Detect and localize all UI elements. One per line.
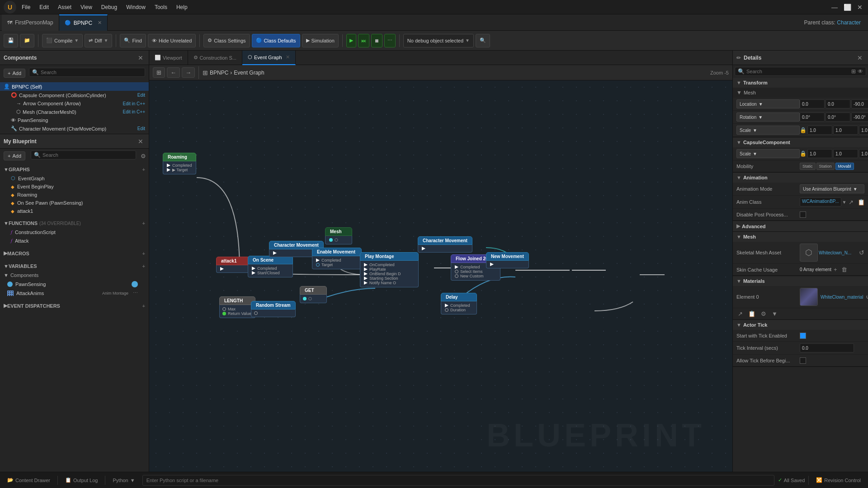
anim-class-select[interactable]: WCAnimationBP...: [800, 197, 841, 206]
transform-section-header[interactable]: ▼ Transform: [733, 78, 868, 88]
variables-header[interactable]: ▼ VARIABLES +: [0, 262, 149, 271]
material-reset-button[interactable]: ↺: [866, 293, 868, 300]
blueprint-search-input[interactable]: [42, 152, 133, 158]
material-copy-button[interactable]: 📋: [747, 310, 757, 318]
components-close-button[interactable]: ✕: [136, 53, 145, 62]
parent-class-link[interactable]: Character: [837, 19, 861, 26]
output-log-button[interactable]: 📋 Output Log: [61, 475, 101, 485]
rotation-z-input[interactable]: [851, 113, 868, 122]
lock-icon[interactable]: 🔒: [800, 127, 807, 133]
rotation-y-input[interactable]: [826, 113, 850, 122]
tick-interval-input[interactable]: [800, 343, 854, 352]
graph-item-roaming[interactable]: ◆ Roaming: [0, 191, 149, 199]
node-delay[interactable]: Delay Completed Duration: [441, 293, 477, 314]
compile-button[interactable]: ⬛ Compile ▼: [42, 34, 83, 47]
mesh-edit-link[interactable]: Edit in C++: [123, 109, 145, 114]
graphs-add-icon[interactable]: +: [142, 167, 145, 172]
graph-item-onseepawn[interactable]: ◆ On See Pawn (PawnSensing): [0, 199, 149, 207]
node-roaming[interactable]: Roaming Completed ▶ Target: [163, 153, 196, 174]
location-dropdown[interactable]: Location ▼: [736, 99, 800, 108]
node-random-stream[interactable]: Random Stream: [251, 301, 296, 317]
node-char-movement-2[interactable]: Character Movement: [418, 236, 472, 253]
python-console[interactable]: Python ▼: [109, 476, 138, 485]
step-button[interactable]: ⏭: [358, 34, 369, 47]
mesh-section-header[interactable]: ▼ Mesh: [733, 232, 868, 242]
more-button[interactable]: ⋯: [384, 34, 396, 47]
revision-control-button[interactable]: 🔀 Revision Control: [812, 475, 864, 485]
tab-bpnpc[interactable]: 🔵 BPNPC ✕: [59, 14, 108, 31]
tab-viewport[interactable]: ⬜ Viewport: [149, 51, 188, 65]
my-blueprint-close-button[interactable]: ✕: [136, 137, 145, 146]
tree-item-arrow[interactable]: → Arrow Component (Arrow) Edit in C++: [0, 99, 149, 108]
diff-button[interactable]: ⇌ Diff ▼: [85, 34, 112, 47]
capsule-scale-x-input[interactable]: [807, 149, 832, 158]
material-navigate-button[interactable]: ↗: [736, 310, 744, 318]
find-button[interactable]: 🔍 Find: [120, 34, 146, 47]
functions-add-icon[interactable]: +: [142, 221, 145, 226]
variables-add-icon[interactable]: +: [142, 263, 145, 269]
menu-edit[interactable]: Edit: [38, 2, 51, 12]
location-z-input[interactable]: [851, 99, 868, 108]
capsule-lock-icon[interactable]: 🔒: [800, 150, 807, 157]
breadcrumb-bpnpc[interactable]: BPNPC: [210, 70, 228, 76]
minimize-button[interactable]: —: [830, 4, 839, 11]
mobility-station-button[interactable]: Station: [816, 163, 835, 170]
debug-icon-btn[interactable]: 🔍: [476, 34, 490, 47]
content-drawer-button[interactable]: 📂 Content Drawer: [4, 475, 54, 485]
anim-copy-button[interactable]: 📋: [856, 198, 866, 206]
tab-eventgraph[interactable]: ⬡ Event Graph ✕: [242, 51, 296, 65]
scale-z-input[interactable]: [859, 126, 868, 135]
forward-button[interactable]: →: [182, 67, 195, 78]
materials-section-header[interactable]: ▼ Materials: [733, 276, 868, 286]
menu-asset[interactable]: Asset: [56, 2, 73, 12]
func-item-constructionscript[interactable]: 𝑓 ConstructionScript: [0, 228, 149, 236]
close-button[interactable]: ✕: [855, 4, 864, 11]
macros-add-icon[interactable]: +: [142, 251, 145, 256]
scale-y-input[interactable]: [833, 126, 858, 135]
menu-tools[interactable]: Tools: [153, 2, 169, 12]
node-length[interactable]: LENGTH Max Return Value: [219, 296, 255, 318]
tree-item-mesh[interactable]: ⬡ Mesh (CharacterMesh0) Edit in C++: [0, 108, 149, 116]
advanced-section-header[interactable]: ▶ Advanced: [733, 221, 868, 231]
components-search-input[interactable]: [41, 70, 142, 75]
tab-construction[interactable]: ⚙ Construction S...: [188, 51, 242, 65]
capsule-edit-link[interactable]: Edit: [137, 93, 145, 98]
scale-x-input[interactable]: [807, 126, 832, 135]
skeletal-mesh-reset-button[interactable]: ↺: [859, 249, 864, 256]
menu-help[interactable]: Help: [175, 2, 189, 12]
allow-tick-checkbox[interactable]: [800, 357, 806, 364]
blueprint-gear-button[interactable]: ⚙: [140, 152, 147, 160]
blueprint-add-button[interactable]: + Add: [4, 151, 25, 160]
location-x-input[interactable]: [800, 99, 825, 108]
scale-dropdown[interactable]: Scale ▼: [736, 126, 800, 135]
var-item-pawnsensing[interactable]: PawnSensing: [0, 280, 149, 289]
maximize-button[interactable]: ⬜: [843, 4, 852, 11]
back-button[interactable]: ←: [167, 67, 180, 78]
capsule-scale-y-input[interactable]: [833, 149, 858, 158]
components-add-button[interactable]: + Add: [4, 69, 25, 78]
details-eye-icon[interactable]: 👁: [858, 68, 863, 75]
node-attack1[interactable]: attack1: [216, 257, 252, 273]
menu-view[interactable]: View: [79, 2, 94, 12]
skin-cache-delete-button[interactable]: 🗑: [840, 266, 849, 273]
location-y-input[interactable]: [826, 99, 850, 108]
node-mesh[interactable]: Mesh ⬡: [325, 227, 352, 244]
var-item-attackanims[interactable]: AttackAnims Anim Montage ⋯: [0, 289, 149, 297]
disable-post-process-checkbox[interactable]: [800, 211, 806, 218]
animation-mode-dropdown[interactable]: Use Animation Blueprint ▼: [800, 184, 864, 193]
details-close-button[interactable]: ✕: [855, 53, 864, 62]
menu-file[interactable]: File: [20, 2, 32, 12]
eventgraph-tab-close[interactable]: ✕: [286, 54, 290, 60]
capsule-scale-z-input[interactable]: [859, 149, 868, 158]
rotation-dropdown[interactable]: Rotation ▼: [736, 113, 800, 122]
graphs-header[interactable]: ▼ GRAPHS +: [0, 165, 149, 174]
graph-item-attack1[interactable]: ◆ attack1: [0, 207, 149, 215]
hide-unrelated-button[interactable]: 👁 Hide Unrelated: [148, 34, 196, 47]
tree-item-pawnsensing[interactable]: 👁 PawnSensing: [0, 116, 149, 124]
class-defaults-button[interactable]: 🔵 Class Defaults: [252, 34, 300, 47]
class-settings-button[interactable]: ⚙ Class Settings: [203, 34, 250, 47]
tree-item-charmovement[interactable]: 🔧 Character Movement (CharMoveComp) Edit: [0, 124, 149, 133]
anim-navigate-button[interactable]: ↗: [847, 198, 855, 206]
node-enable-movement[interactable]: Enable Movement Completed Target: [312, 248, 362, 269]
arrow-edit-link[interactable]: Edit in C++: [123, 101, 145, 106]
